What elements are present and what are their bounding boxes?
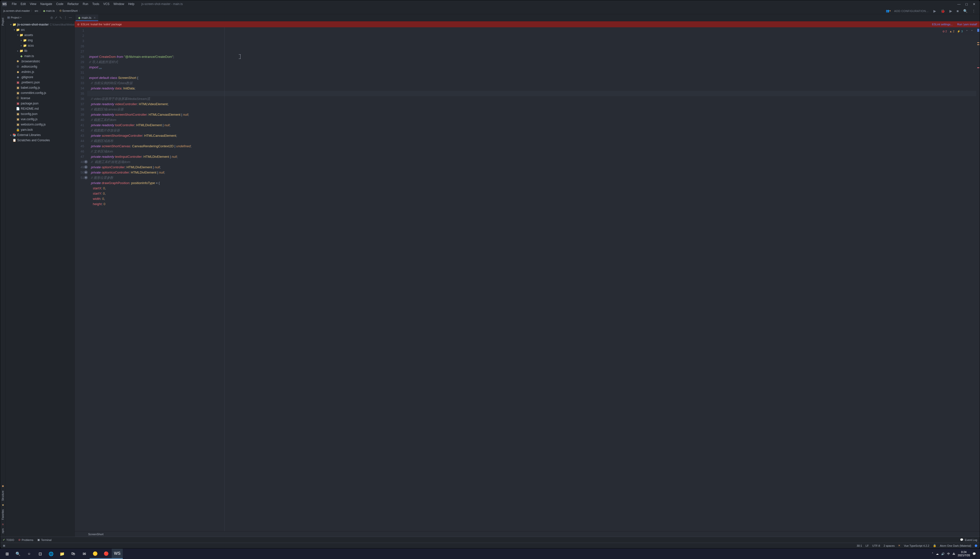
breadcrumb-item[interactable]: ◆ main.ts	[43, 9, 55, 12]
tools-icon[interactable]: ✕	[898, 544, 901, 547]
tree-item[interactable]: ▣webstorm.config.js	[6, 122, 74, 127]
stop-button[interactable]: ■	[955, 9, 960, 13]
code-line[interactable]: private readonly data: InitData;	[87, 86, 976, 91]
npm-icon[interactable]: n	[2, 523, 3, 526]
code-line[interactable]	[87, 91, 976, 96]
settings-icon[interactable]: ⋮	[63, 16, 68, 19]
add-configuration-button[interactable]: ADD CONFIGURATION...	[893, 9, 930, 13]
code-line[interactable]: width: 0,	[87, 196, 976, 201]
code-line[interactable]: startY: 0,	[87, 191, 976, 196]
code-line[interactable]: private readonly screenShortController: …	[87, 112, 976, 117]
menu-run[interactable]: Run	[81, 2, 90, 6]
menu-help[interactable]: Help	[126, 2, 137, 6]
close-tab-icon[interactable]: ×	[94, 16, 96, 20]
code-line[interactable]: private optionIcoController: HTMLDivElem…	[87, 170, 976, 175]
tree-item[interactable]: ▣vue.config.js	[6, 116, 74, 122]
code-line[interactable]: // 文本区域dom	[87, 149, 976, 154]
notifications-icon[interactable]: 💬	[972, 552, 976, 556]
file-encoding[interactable]: UTF-8	[872, 544, 880, 547]
code-with-me-icon[interactable]: 👥▾	[886, 9, 891, 13]
editor-tab[interactable]: ◆main.ts×	[76, 15, 98, 21]
code-line[interactable]: // video容器用于存放屏幕MediaStream流	[87, 96, 976, 101]
inspections-widget[interactable]: ⊘2 ▲2 ⚡3 ˄ ˅	[942, 28, 974, 35]
event-log-tool[interactable]: 💬Event Log	[960, 538, 977, 541]
code-line[interactable]: private optionController: HTMLDivElement…	[87, 165, 976, 170]
cursor-position[interactable]: 30:1	[857, 544, 862, 547]
menu-file[interactable]: File	[10, 2, 18, 6]
chrome-icon[interactable]: 🟡	[90, 549, 101, 559]
menu-view[interactable]: View	[28, 2, 38, 6]
code-line[interactable]: private drawGraphPosition: positionInfoT…	[87, 180, 976, 185]
code-line[interactable]: // 导入截图所需样式	[87, 60, 976, 64]
tree-item[interactable]: ◆.gitignore	[6, 74, 74, 79]
tree-item[interactable]: ▣.prettierrc.json	[6, 79, 74, 85]
settings-icon[interactable]: ⋮	[971, 9, 977, 13]
code-line[interactable]: height: 0	[87, 201, 976, 207]
menu-vcs[interactable]: VCS	[101, 2, 111, 6]
task-view-button[interactable]: ⊡	[35, 549, 46, 559]
tree-root[interactable]: ▾ 📁 js-screen-shot-master C:\Users\likai…	[6, 22, 74, 27]
project-header[interactable]: ▤ Project ▾	[7, 16, 22, 19]
tree-item[interactable]: ◆.eslintrc.js	[6, 69, 74, 74]
tree-item[interactable]: ©license	[6, 96, 74, 101]
favorites-icon[interactable]: ★	[2, 503, 4, 507]
eslint-settings-link[interactable]: ESLint settings...	[932, 23, 953, 26]
code-line[interactable]: // 图形位置参数	[87, 175, 976, 180]
tree-item[interactable]: ▣commitlint.config.js	[6, 90, 74, 96]
tree-item[interactable]: ▣tsconfig.json	[6, 111, 74, 116]
code-line[interactable]: startX: 0,	[87, 185, 976, 191]
code-line[interactable]: private readonly toolController: HTMLDiv…	[87, 122, 976, 128]
code-line[interactable]: // 截图区域画布	[87, 138, 976, 144]
search-everywhere-button[interactable]: 🔍	[962, 9, 969, 13]
code-line[interactable]: // 截图工具栏画笔选项dom	[87, 159, 976, 165]
npm-tool-tab[interactable]: npm	[2, 526, 4, 535]
webstorm-icon[interactable]: WS	[112, 549, 123, 559]
ide-theme[interactable]: Atom One Dark (Material)	[940, 544, 971, 547]
tool-windows-icon[interactable]: ▣	[3, 544, 5, 547]
menu-navigate[interactable]: Navigate	[38, 2, 54, 6]
tree-item[interactable]: ▸📚External Libraries	[6, 132, 74, 137]
indent-setting[interactable]: 2 spaces	[884, 544, 895, 547]
project-tool-tab[interactable]: Project	[2, 16, 4, 28]
tree-item[interactable]: ⚙.editorconfig	[6, 64, 74, 69]
chrome2-icon[interactable]: 🔴	[101, 549, 112, 559]
todo-tool[interactable]: ✔TODO	[3, 538, 14, 541]
code-line[interactable]	[87, 70, 976, 75]
edge-icon[interactable]: 🌐	[46, 549, 56, 559]
tree-item[interactable]: ✱.browserslistrc	[6, 59, 74, 64]
tray-expand-icon[interactable]: ˄	[932, 552, 934, 556]
yarn-install-link[interactable]: Run 'yarn install'	[957, 23, 977, 26]
cortana-button[interactable]: ○	[23, 549, 35, 559]
structure-tool-tab[interactable]: Structure	[2, 489, 4, 503]
code-line[interactable]: private screenShortImageController: HTML…	[87, 133, 976, 138]
hide-button[interactable]: —	[68, 16, 73, 19]
terminal-tool[interactable]: ▣Terminal	[37, 538, 51, 541]
lock-icon[interactable]: 🔒	[933, 544, 936, 547]
editor-breadcrumb[interactable]: ScreenShort	[74, 531, 980, 537]
mail-icon[interactable]: ✉	[79, 549, 90, 559]
code-line[interactable]: private screenShortCanvas: CanvasRenderi…	[87, 144, 976, 149]
code-line[interactable]: import CreateDom from "@/lib/main-entran…	[87, 54, 976, 60]
tree-item[interactable]: 🔒yarn.lock	[6, 127, 74, 132]
menu-refactor[interactable]: Refactor	[65, 2, 81, 6]
store-icon[interactable]: 🛍	[68, 549, 79, 559]
breadcrumb-item[interactable]: src	[35, 9, 38, 12]
locate-icon[interactable]: ◎	[50, 16, 54, 19]
language-service[interactable]: Vue TypeScript 4.2.2	[904, 544, 929, 547]
tree-item[interactable]: ▣package.json	[6, 101, 74, 106]
run-button[interactable]: ▶	[932, 9, 937, 13]
close-button[interactable]: ✕	[970, 0, 978, 8]
code-line[interactable]: // 截图工具栏dom	[87, 117, 976, 122]
structure-icon[interactable]: ✱	[2, 485, 4, 488]
problems-tool[interactable]: ⊘Problems	[18, 538, 33, 541]
tree-item[interactable]: ▾📁src	[6, 27, 74, 32]
tree-item[interactable]: ◆main.ts	[6, 53, 74, 59]
minimize-button[interactable]: —	[955, 0, 963, 8]
code-editor[interactable]: 1232627282930313233343536373839404142434…	[74, 27, 980, 531]
status-indicator[interactable]	[975, 544, 977, 547]
debug-button[interactable]: 🐞	[939, 9, 946, 13]
onedrive-icon[interactable]: ☁	[936, 552, 939, 556]
code-line[interactable]: private readonly videoController: HTMLVi…	[87, 101, 976, 107]
tree-item[interactable]: ▸📁lib	[6, 48, 74, 53]
menu-edit[interactable]: Edit	[18, 2, 28, 6]
